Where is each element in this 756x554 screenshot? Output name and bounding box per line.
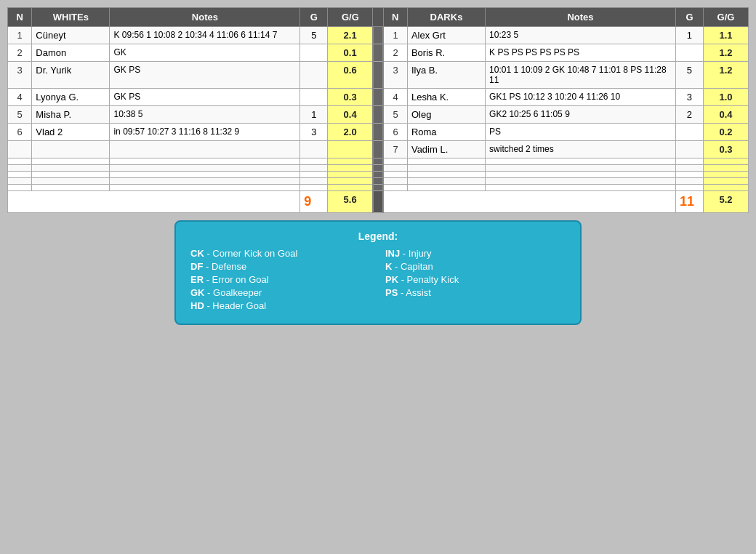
- white-notes: GK PS: [110, 89, 300, 106]
- dark-notes: [486, 165, 676, 172]
- legend-title: Legend:: [190, 230, 566, 242]
- header-darks-notes: Notes: [486, 8, 676, 27]
- dark-g: [675, 172, 703, 178]
- white-g: [300, 89, 328, 106]
- dark-n: 5: [383, 106, 407, 124]
- white-name: Damon: [32, 44, 110, 62]
- white-notes: [110, 158, 300, 165]
- header-darks-g: G: [675, 8, 703, 27]
- table-row: 1 Cüneyt K 09:56 1 10:08 2 10:34 4 11:06…: [8, 27, 749, 44]
- row-divider: [373, 124, 383, 141]
- white-gg: [328, 141, 373, 158]
- white-gg: 0.3: [328, 89, 373, 106]
- white-name: [32, 158, 110, 165]
- dark-g: 3: [675, 89, 703, 106]
- dark-gg: [704, 185, 749, 191]
- dark-gg: 1.2: [704, 62, 749, 89]
- header-darks-n: N: [383, 8, 407, 27]
- white-n: 2: [8, 44, 32, 62]
- white-name: [32, 165, 110, 172]
- white-gg: [328, 178, 373, 185]
- legend-item: CK - Corner Kick on Goal: [190, 248, 371, 259]
- row-divider: [373, 172, 383, 178]
- white-name: Dr. Yurik: [32, 62, 110, 89]
- dark-name: Alex Grt: [407, 27, 485, 44]
- darks-total-gg: 5.2: [704, 191, 749, 213]
- white-name: [32, 178, 110, 185]
- main-scoreboard: N WHITEs Notes G G/G N DARKs Notes G G/G…: [7, 7, 749, 213]
- dark-n: 2: [383, 44, 407, 62]
- totals-row: 9 5.6 11 5.2: [8, 191, 749, 213]
- whites-total-gg: 5.6: [328, 191, 373, 213]
- white-n: [8, 158, 32, 165]
- dark-name: [407, 172, 485, 178]
- row-divider: [373, 89, 383, 106]
- dark-name: [407, 158, 485, 165]
- table-row: 2 Damon GK 0.1 2 Boris R. K PS PS PS PS …: [8, 44, 749, 62]
- row-divider: [373, 27, 383, 44]
- header-whites-n: N: [8, 8, 32, 27]
- dark-notes: [486, 158, 676, 165]
- white-n: [8, 178, 32, 185]
- white-gg: 0.6: [328, 62, 373, 89]
- dark-name: [407, 178, 485, 185]
- dark-gg: 1.1: [704, 27, 749, 44]
- whites-total-label: [8, 191, 300, 213]
- dark-n: [383, 165, 407, 172]
- whites-total-g: 9: [300, 191, 328, 213]
- legend-left-col: CK - Corner Kick on GoalDF - DefenseER -…: [190, 248, 371, 313]
- white-name: Lyonya G.: [32, 89, 110, 106]
- dark-gg: [704, 178, 749, 185]
- darks-total-g: 11: [675, 191, 703, 213]
- dark-gg: 0.4: [704, 106, 749, 124]
- white-g: [300, 62, 328, 89]
- table-row: [8, 178, 749, 185]
- table-row: 3 Dr. Yurik GK PS 0.6 3 Ilya B. 10:01 1 …: [8, 62, 749, 89]
- row-divider: [373, 106, 383, 124]
- row-divider: [373, 158, 383, 165]
- row-divider: [373, 141, 383, 158]
- white-name: Cüneyt: [32, 27, 110, 44]
- dark-notes: [486, 185, 676, 191]
- dark-notes: GK1 PS 10:12 3 10:20 4 11:26 10: [486, 89, 676, 106]
- white-g: [300, 141, 328, 158]
- white-gg: 2.0: [328, 124, 373, 141]
- dark-notes: 10:23 5: [486, 27, 676, 44]
- header-whites-g: G: [300, 8, 328, 27]
- white-g: [300, 44, 328, 62]
- white-notes: in 09:57 10:27 3 11:16 8 11:32 9: [110, 124, 300, 141]
- dark-name: [407, 185, 485, 191]
- table-row: [8, 158, 749, 165]
- white-notes: [110, 185, 300, 191]
- white-g: [300, 178, 328, 185]
- dark-n: 3: [383, 62, 407, 89]
- dark-g: [675, 124, 703, 141]
- white-notes: 10:38 5: [110, 106, 300, 124]
- white-name: [32, 185, 110, 191]
- row-divider: [373, 44, 383, 62]
- dark-n: 1: [383, 27, 407, 44]
- legend-item: PK - Penalty Kick: [385, 274, 566, 285]
- table-row: 6 Vlad 2 in 09:57 10:27 3 11:16 8 11:32 …: [8, 124, 749, 141]
- dark-g: [675, 185, 703, 191]
- white-g: 1: [300, 106, 328, 124]
- dark-notes: 10:01 1 10:09 2 GK 10:48 7 11:01 8 PS 11…: [486, 62, 676, 89]
- white-n: 3: [8, 62, 32, 89]
- white-name: [32, 172, 110, 178]
- header-whites-name: WHITEs: [32, 8, 110, 27]
- white-name: [32, 141, 110, 158]
- dark-n: [383, 158, 407, 165]
- white-gg: 0.1: [328, 44, 373, 62]
- dark-g: [675, 141, 703, 158]
- white-g: [300, 158, 328, 165]
- white-n: 5: [8, 106, 32, 124]
- dark-name: [407, 165, 485, 172]
- white-notes: [110, 165, 300, 172]
- white-g: [300, 185, 328, 191]
- white-n: 1: [8, 27, 32, 44]
- dark-name: Ilya B.: [407, 62, 485, 89]
- white-g: [300, 172, 328, 178]
- white-notes: [110, 178, 300, 185]
- white-notes: K 09:56 1 10:08 2 10:34 4 11:06 6 11:14 …: [110, 27, 300, 44]
- white-n: [8, 141, 32, 158]
